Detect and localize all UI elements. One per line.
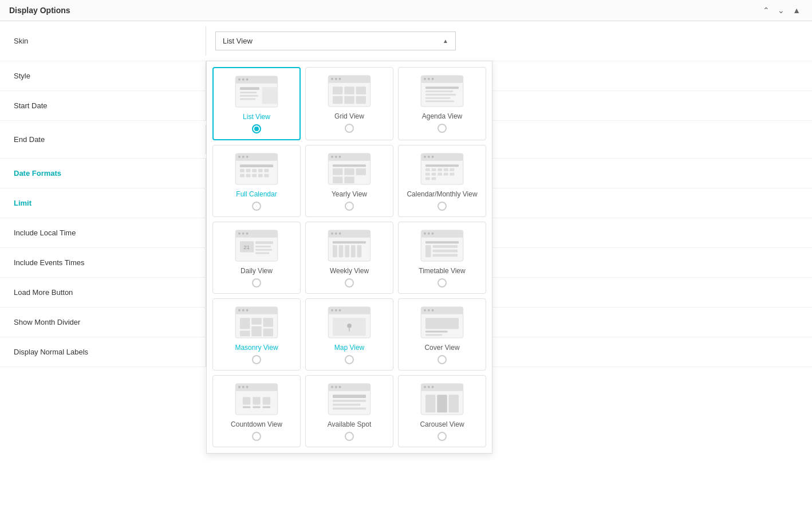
svg-point-54 — [331, 156, 333, 158]
timetable-view-radio[interactable] — [437, 278, 447, 287]
svg-point-134 — [339, 309, 341, 312]
svg-rect-125 — [251, 318, 261, 325]
svg-point-121 — [242, 309, 245, 312]
map-view-radio[interactable] — [345, 355, 354, 364]
panel-controls: ⌃ ⌄ ▲ — [760, 5, 803, 16]
views-grid: List View Grid View Agenda View — [212, 67, 486, 447]
svg-rect-103 — [345, 245, 349, 257]
svg-rect-36 — [235, 158, 277, 161]
svg-rect-29 — [425, 86, 459, 89]
countdown-view-radio[interactable] — [252, 432, 261, 441]
svg-rect-176 — [437, 395, 447, 412]
show-month-divider-label: Show Month Divider — [0, 308, 206, 337]
view-card-carousel-view[interactable]: Carousel View — [398, 375, 486, 447]
svg-rect-123 — [240, 318, 250, 329]
view-card-weekly-view[interactable]: Weekly View — [305, 222, 393, 294]
view-card-agenda-view[interactable]: Agenda View — [398, 67, 486, 140]
view-card-daily-view[interactable]: 21 Daily View — [212, 222, 301, 294]
svg-point-37 — [238, 156, 241, 158]
expand-button[interactable]: ▲ — [790, 5, 803, 16]
svg-rect-149 — [235, 388, 277, 391]
daily-view-radio[interactable] — [252, 278, 261, 287]
view-card-grid-view[interactable]: Grid View — [305, 67, 393, 140]
full-calendar-radio[interactable] — [252, 202, 261, 211]
svg-rect-140 — [421, 312, 463, 314]
collapse-down-button[interactable]: ⌄ — [775, 5, 787, 16]
timetable-view-label: Timetable View — [419, 267, 465, 275]
svg-point-68 — [432, 156, 434, 158]
grid-view-label: Grid View — [334, 112, 364, 120]
yearly-view-radio[interactable] — [345, 202, 354, 211]
svg-rect-144 — [425, 318, 459, 329]
svg-point-56 — [339, 156, 341, 158]
svg-rect-13 — [328, 80, 370, 83]
svg-rect-100 — [333, 241, 366, 243]
agenda-view-radio[interactable] — [437, 124, 447, 133]
svg-point-122 — [246, 309, 249, 312]
svg-rect-74 — [450, 168, 455, 171]
calendar-monthly-view-icon — [416, 152, 468, 187]
svg-rect-92 — [255, 249, 272, 251]
load-more-button-label: Load More Button — [0, 278, 206, 307]
svg-rect-145 — [425, 331, 448, 333]
collapse-up-button[interactable]: ⌃ — [760, 5, 772, 16]
view-card-cover-view[interactable]: Cover View — [398, 298, 486, 371]
display-normal-labels-label: Display Normal Labels — [0, 337, 206, 367]
view-card-countdown-view[interactable]: Countdown View — [212, 375, 301, 447]
svg-point-87 — [246, 233, 249, 235]
svg-rect-128 — [263, 329, 273, 337]
svg-rect-104 — [351, 245, 356, 257]
svg-point-136 — [347, 324, 352, 328]
svg-point-16 — [339, 78, 341, 80]
svg-rect-70 — [425, 168, 430, 171]
view-card-timetable-view[interactable]: Timetable View — [398, 222, 486, 294]
grid-view-icon — [324, 74, 375, 109]
svg-point-133 — [335, 309, 337, 312]
list-view-radio[interactable] — [252, 124, 261, 133]
chevron-up-icon: ▲ — [443, 38, 448, 44]
available-spot-radio[interactable] — [345, 432, 354, 441]
svg-rect-48 — [252, 174, 257, 178]
date-formats-label: Date Formats — [0, 159, 206, 188]
svg-rect-40 — [240, 164, 273, 167]
svg-rect-90 — [255, 241, 273, 244]
view-card-map-view[interactable]: Map View — [305, 298, 393, 371]
masonry-view-radio[interactable] — [252, 355, 261, 364]
svg-rect-156 — [243, 407, 251, 408]
view-card-available-spot[interactable]: Available Spot — [305, 375, 393, 447]
carousel-view-radio[interactable] — [437, 432, 447, 441]
view-card-list-view[interactable]: List View — [212, 67, 301, 140]
skin-value: List View ▲ List View — [206, 21, 812, 61]
daily-view-label: Daily View — [241, 267, 273, 275]
masonry-view-label: Masonry View — [235, 344, 278, 352]
svg-rect-32 — [425, 97, 451, 99]
view-card-full-calendar[interactable]: Full Calendar — [212, 145, 301, 217]
svg-point-3 — [238, 78, 241, 81]
skin-selected-value: List View — [223, 37, 253, 45]
daily-view-icon: 21 — [231, 229, 282, 263]
weekly-view-radio[interactable] — [345, 278, 354, 287]
calendar-monthly-view-label: Calendar/Monthly View — [407, 190, 477, 198]
grid-view-radio[interactable] — [345, 124, 354, 133]
svg-rect-75 — [425, 173, 430, 176]
svg-point-173 — [428, 386, 430, 388]
skin-dropdown-trigger[interactable]: List View ▲ — [215, 31, 456, 50]
svg-rect-58 — [333, 168, 342, 175]
countdown-view-label: Countdown View — [231, 420, 282, 428]
svg-point-109 — [424, 233, 426, 235]
skin-dropdown-panel: List View Grid View Agenda View — [206, 61, 492, 454]
svg-point-67 — [428, 156, 430, 158]
view-card-yearly-view[interactable]: Yearly View — [305, 145, 393, 217]
start-date-label: Start Date — [0, 91, 206, 120]
svg-rect-50 — [265, 174, 269, 178]
svg-rect-18 — [344, 86, 354, 94]
svg-rect-19 — [356, 86, 366, 94]
full-calendar-label: Full Calendar — [236, 190, 277, 198]
calendar-monthly-view-radio[interactable] — [437, 202, 447, 211]
svg-point-111 — [432, 233, 434, 235]
view-card-masonry-view[interactable]: Masonry View — [212, 298, 301, 371]
svg-point-55 — [335, 156, 337, 158]
view-card-calendar-monthly-view[interactable]: Calendar/Monthly View — [398, 145, 486, 217]
svg-rect-161 — [328, 388, 370, 391]
cover-view-radio[interactable] — [437, 355, 447, 364]
